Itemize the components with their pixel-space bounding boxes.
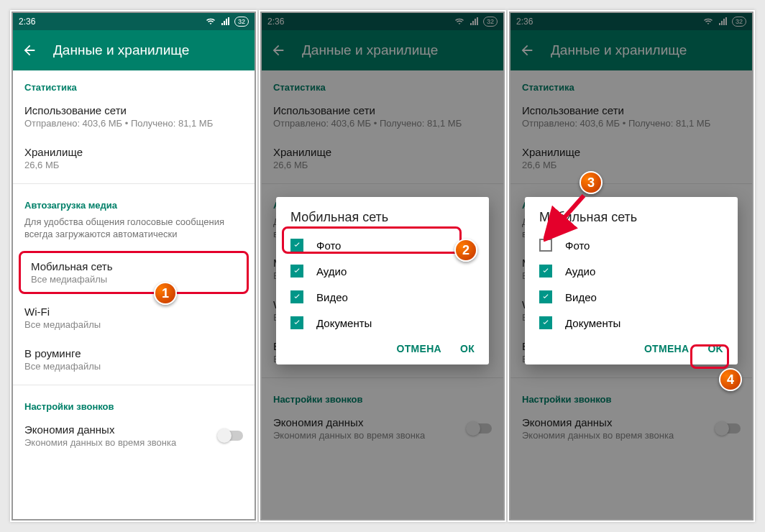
storage-title: Хранилище [522,146,741,158]
item-wifi[interactable]: Wi-Fi Все медиафайлы [13,297,255,339]
step-marker-1: 1 [154,282,177,305]
network-usage-title: Использование сети [24,104,243,116]
status-icons: 32 [454,17,498,27]
item-network-usage[interactable]: Использование сети Отправлено: 403,6 МБ … [13,96,255,137]
page-title: Данные и хранилище [302,42,438,58]
option-audio-label: Аудио [316,265,347,278]
autodownload-desc: Для удобства общения голосовые сообщения… [13,214,255,248]
mobile-sub: Все медиафайлы [31,274,237,285]
section-calls: Настройки звонков [510,382,752,408]
back-icon[interactable] [270,42,286,58]
status-bar: 2:36 32 [510,13,752,30]
item-storage[interactable]: Хранилище 26,6 МБ [510,137,752,179]
section-calls: Настройки звонков [262,382,503,408]
dialog-title: Мобильная сеть [276,210,489,232]
network-usage-sub: Отправлено: 403,6 МБ • Получено: 81,1 МБ [273,118,492,129]
section-stats: Статистика [262,70,503,96]
app-bar: Данные и хранилище [13,30,255,70]
item-storage[interactable]: Хранилище 26,6 МБ [262,137,503,179]
option-docs-label: Документы [565,317,620,329]
option-docs-label: Документы [316,317,372,329]
section-stats: Статистика [510,70,752,96]
signal-icon [220,17,230,26]
item-data-saver[interactable]: Экономия данных Экономия данных во время… [510,408,752,449]
wifi-title: Wi-Fi [24,306,243,318]
option-audio[interactable]: Аудио [276,258,489,284]
storage-title: Хранилище [273,146,492,158]
arrow-annotation [544,191,594,242]
battery-label: 32 [732,17,746,27]
back-icon[interactable] [519,42,535,58]
item-network-usage[interactable]: Использование сети Отправлено: 403,6 МБ … [262,96,503,137]
divider [262,377,503,378]
phone-screen-3: 2:36 32 Данные и хранилище Статистика Ис… [510,13,752,519]
checkbox-checked-icon[interactable] [539,265,552,278]
item-data-saver[interactable]: Экономия данных Экономия данных во время… [262,408,503,449]
cancel-button[interactable]: ОТМЕНА [644,343,689,354]
network-usage-sub: Отправлено: 403,6 МБ • Получено: 81,1 МБ [522,118,741,129]
option-audio-label: Аудио [565,265,595,278]
status-bar: 2:36 32 [262,13,503,30]
phone-screen-2: 2:36 32 Данные и хранилище Статистика Ис… [262,13,503,519]
checkbox-checked-icon[interactable] [290,239,303,252]
roaming-title: В роуминге [24,347,243,359]
settings-list: Статистика Использование сети Отправлено… [13,70,255,519]
section-autodownload: Автозагрузка медиа [13,188,255,214]
status-icons: 32 [703,17,746,27]
section-stats: Статистика [13,70,255,96]
checkbox-checked-icon[interactable] [539,316,552,329]
network-usage-sub: Отправлено: 403,6 МБ • Получено: 81,1 МБ [24,118,243,129]
phone-screen-1: 2:36 32 Данные и хранилище Статистика Ис… [13,13,255,519]
status-bar: 2:36 32 [13,13,255,30]
app-bar: Данные и хранилище [510,30,752,70]
item-data-saver[interactable]: Экономия данных Экономия данных во время… [13,415,255,457]
signal-icon [718,17,728,26]
checkbox-checked-icon[interactable] [539,290,552,303]
checkbox-checked-icon[interactable] [290,290,303,303]
section-calls: Настройки звонков [13,390,255,415]
data-saver-switch[interactable] [467,423,492,434]
option-video[interactable]: Видео [276,284,489,310]
data-saver-title: Экономия данных [24,423,176,436]
data-saver-sub: Экономия данных во время звонка [24,437,176,448]
checkbox-checked-icon[interactable] [290,316,303,329]
step-marker-3: 3 [580,171,603,194]
cancel-button[interactable]: ОТМЕНА [396,343,441,354]
divider [510,183,752,184]
item-network-usage[interactable]: Использование сети Отправлено: 403,6 МБ … [510,96,752,137]
option-video[interactable]: Видео [525,284,738,310]
status-icons: 32 [206,17,249,27]
divider [13,183,255,184]
option-docs[interactable]: Документы [276,310,489,336]
wifi-icon [206,17,216,26]
item-storage[interactable]: Хранилище 26,6 МБ [13,137,255,179]
signal-icon [469,17,479,26]
data-saver-title: Экономия данных [273,416,425,428]
wifi-sub: Все медиафайлы [24,319,243,330]
data-saver-switch[interactable] [716,423,741,434]
checkbox-checked-icon[interactable] [290,265,303,278]
ok-button[interactable]: OK [707,343,723,354]
item-roaming[interactable]: В роуминге Все медиафайлы [13,339,255,380]
option-docs[interactable]: Документы [525,310,738,336]
storage-title: Хранилище [24,146,243,158]
battery-label: 32 [483,17,498,27]
data-saver-switch[interactable] [219,431,243,441]
data-saver-sub: Экономия данных во время звонка [522,430,674,441]
status-time: 2:36 [516,17,533,27]
status-time: 2:36 [19,17,35,27]
step-marker-2: 2 [454,239,477,262]
network-usage-title: Использование сети [273,104,492,116]
storage-sub: 26,6 МБ [522,160,741,170]
wifi-icon [703,17,713,26]
app-bar: Данные и хранилище [262,30,503,70]
page-title: Данные и хранилище [53,42,189,58]
option-audio[interactable]: Аудио [525,258,738,284]
ok-button[interactable]: ОК [460,343,475,354]
item-mobile-data[interactable]: Мобильная сеть Все медиафайлы [19,251,249,294]
option-video-label: Видео [565,291,597,303]
battery-label: 32 [234,17,249,27]
storage-sub: 26,6 МБ [273,160,492,170]
storage-sub: 26,6 МБ [24,160,243,170]
back-icon[interactable] [22,42,37,58]
